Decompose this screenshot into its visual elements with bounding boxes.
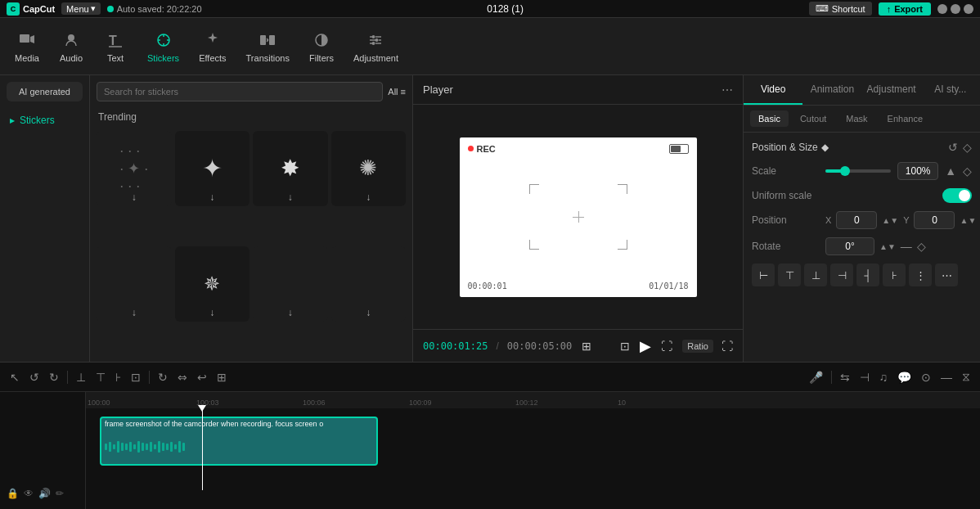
tl-loop-button[interactable]: ↻ xyxy=(155,369,171,385)
close-button[interactable] xyxy=(964,4,973,14)
volume-icon[interactable]: 🔊 xyxy=(38,488,51,499)
sticker-item[interactable]: ✺ ↓ xyxy=(331,131,407,206)
tl-delete-button[interactable]: ⊡ xyxy=(128,369,144,385)
sub-tab-mask[interactable]: Mask xyxy=(838,110,875,127)
tl-link-button[interactable]: ⇆ xyxy=(837,369,853,385)
tl-bubble-button[interactable]: 💬 xyxy=(894,369,915,385)
tl-separate-button[interactable]: ⊣ xyxy=(856,369,873,385)
all-filter-button[interactable]: All ≡ xyxy=(388,87,406,97)
align-right-button[interactable]: ┤ xyxy=(856,264,879,286)
player-title: Player xyxy=(423,83,453,96)
ratio-button[interactable]: Ratio xyxy=(682,340,713,353)
toolbar-text[interactable]: T Text xyxy=(95,25,136,68)
tab-ai-style[interactable]: AI sty... xyxy=(921,75,980,105)
y-input[interactable] xyxy=(914,211,955,229)
scale-input[interactable] xyxy=(897,162,938,180)
tl-audio-button[interactable]: ♫ xyxy=(876,369,892,385)
minimize-button[interactable] xyxy=(937,4,947,14)
tl-split2-button[interactable]: ⊤ xyxy=(92,369,109,385)
fullscreen-button[interactable]: ⛶ xyxy=(722,340,733,353)
tl-crop-button[interactable]: ⊞ xyxy=(214,369,230,385)
rotate-input[interactable] xyxy=(825,237,874,255)
download-icon: ↓ xyxy=(132,307,137,318)
tl-redo-button[interactable]: ↻ xyxy=(46,369,62,385)
ai-generated-button[interactable]: AI generated xyxy=(7,82,83,101)
lock-icon[interactable]: 🔒 xyxy=(7,488,19,499)
toolbar-stickers[interactable]: Stickers xyxy=(139,25,187,68)
toolbar-media[interactable]: Media xyxy=(7,25,47,68)
right-tabs: Video Animation Adjustment AI sty... xyxy=(744,75,980,106)
tab-adjustment[interactable]: Adjustment xyxy=(862,75,921,105)
align-left-button[interactable]: ⊢ xyxy=(752,264,775,286)
toolbar-effects[interactable]: Effects xyxy=(191,25,234,68)
align-top-button[interactable]: ⊤ xyxy=(778,264,801,286)
maximize-button[interactable] xyxy=(951,4,960,14)
align-distribute-v[interactable]: ⋯ xyxy=(935,264,958,286)
align-center-h-button[interactable]: ⊥ xyxy=(804,264,827,286)
pen-icon[interactable]: ✏ xyxy=(56,488,64,499)
sticker-item[interactable]: ↓ xyxy=(253,246,328,322)
sticker-item[interactable]: ↓ xyxy=(331,246,407,322)
search-input[interactable] xyxy=(97,82,383,101)
toolbar-filters[interactable]: Filters xyxy=(301,25,342,68)
tl-clock-button[interactable]: ⧖ xyxy=(959,368,973,385)
audio-icon xyxy=(61,30,81,50)
align-bottom-button[interactable]: ⊦ xyxy=(883,264,906,286)
tl-speed-button[interactable]: ⊙ xyxy=(918,369,934,385)
reset-button[interactable]: ↺ xyxy=(948,141,958,154)
fullscreen-restore-button[interactable]: ⛶ xyxy=(659,338,674,354)
rotate-minus-button[interactable]: — xyxy=(901,240,912,253)
x-stepper[interactable]: ▲▼ xyxy=(882,216,898,225)
export-button[interactable]: ↑ Export xyxy=(879,2,931,16)
sticker-item[interactable]: ✸ ↓ xyxy=(253,131,328,206)
tl-rotate-button[interactable]: ↩ xyxy=(194,369,210,385)
align-center-v-button[interactable]: ⊣ xyxy=(830,264,853,286)
top-bar: C CapCut Menu ▾ Auto saved: 20:22:20 012… xyxy=(0,0,980,18)
tl-split-button[interactable]: ⊥ xyxy=(73,369,89,385)
svg-point-9 xyxy=(375,38,379,42)
tl-select-button[interactable]: ↖ xyxy=(7,369,23,385)
toolbar-transitions[interactable]: Transitions xyxy=(238,25,298,68)
eye-icon[interactable]: 👁 xyxy=(24,488,34,499)
uniform-scale-toggle[interactable] xyxy=(942,188,972,203)
player-menu-button[interactable]: ⋯ xyxy=(722,83,733,97)
y-stepper[interactable]: ▲▼ xyxy=(960,216,976,225)
toolbar-adjustment[interactable]: Adjustment xyxy=(345,25,407,68)
tl-mirror-button[interactable]: ⇔ xyxy=(174,369,191,385)
playhead[interactable] xyxy=(202,408,203,490)
adjustment-label: Adjustment xyxy=(353,53,398,63)
auto-saved: Auto saved: 20:22:20 xyxy=(107,4,202,14)
play-button[interactable]: ▶ xyxy=(640,337,651,355)
tl-vol-button[interactable]: — xyxy=(937,369,955,385)
sub-tab-enhance[interactable]: Enhance xyxy=(879,110,931,127)
sidebar-item-stickers[interactable]: Stickers xyxy=(0,108,89,133)
sticker-item[interactable]: ↓ xyxy=(97,246,172,322)
tl-mic-button[interactable]: 🎤 xyxy=(806,369,826,385)
tab-animation[interactable]: Animation xyxy=(802,75,861,105)
timeline-clip[interactable]: frame screenshot of the camcorder when r… xyxy=(100,417,378,466)
main-toolbar: Media Audio T Text Stickers Effects Tran… xyxy=(0,18,980,75)
rotate-diamond-button[interactable]: ◇ xyxy=(917,240,926,253)
scale-diamond-button[interactable]: ◇ xyxy=(963,164,972,178)
diamond-button[interactable]: ◇ xyxy=(963,141,972,154)
toolbar-audio[interactable]: Audio xyxy=(51,25,92,68)
grid-view-button[interactable]: ⊞ xyxy=(580,338,593,354)
sticker-item[interactable]: ✵ ↓ xyxy=(175,246,250,322)
rotate-stepper[interactable]: ▲▼ xyxy=(879,242,896,251)
shortcut-button[interactable]: ⌨ Shortcut xyxy=(809,2,872,16)
scale-slider[interactable] xyxy=(825,169,891,173)
crop-button[interactable]: ⊡ xyxy=(618,338,632,354)
align-distribute-h[interactable]: ⋮ xyxy=(909,264,932,286)
sticker-item[interactable]: ✦ ↓ xyxy=(175,131,250,206)
tab-video[interactable]: Video xyxy=(744,75,802,105)
timeline-body: 🔒 👁 🔊 ✏ 100:00 100:03 100:06 100:09 100:… xyxy=(0,392,980,509)
x-input[interactable] xyxy=(836,211,877,229)
menu-button[interactable]: Menu ▾ xyxy=(61,2,101,15)
download-icon: ↓ xyxy=(209,307,214,318)
tl-undo-button[interactable]: ↺ xyxy=(26,369,43,385)
tl-split3-button[interactable]: ⊦ xyxy=(112,369,124,385)
scale-up-button[interactable]: ▲ xyxy=(945,164,956,178)
sticker-item[interactable]: · · ·· ✦ ·· · · ↓ xyxy=(97,131,172,206)
sub-tab-basic[interactable]: Basic xyxy=(750,110,789,127)
sub-tab-cutout[interactable]: Cutout xyxy=(792,110,834,127)
